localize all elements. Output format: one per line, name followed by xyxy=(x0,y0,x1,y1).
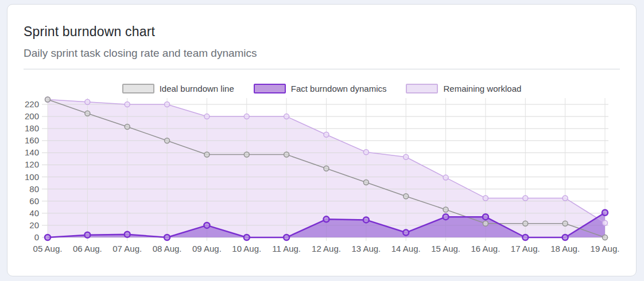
data-point-marker xyxy=(483,221,488,226)
x-axis-tick-label: 10 Aug. xyxy=(232,244,261,253)
data-point-marker xyxy=(204,152,210,157)
data-point-marker xyxy=(363,180,368,185)
data-point-marker xyxy=(562,221,568,226)
legend-label: Remaining workload xyxy=(443,84,521,93)
data-point-marker xyxy=(523,221,528,226)
data-point-marker xyxy=(483,196,488,201)
page-title: Sprint burndown chart xyxy=(24,24,620,40)
x-axis-tick-label: 06 Aug. xyxy=(73,244,102,253)
x-axis-tick-label: 16 Aug. xyxy=(471,244,500,253)
data-point-marker xyxy=(363,150,368,155)
data-point-marker xyxy=(125,124,130,130)
data-point-marker xyxy=(244,152,249,157)
data-point-marker xyxy=(562,196,568,201)
data-point-marker xyxy=(403,230,409,236)
y-axis-tick-label: 220 xyxy=(25,99,39,109)
x-axis-tick-label: 12 Aug. xyxy=(312,244,341,253)
data-point-marker xyxy=(244,114,249,119)
data-point-marker xyxy=(523,196,528,201)
burndown-card: Sprint burndown chart Daily sprint task … xyxy=(7,4,637,276)
y-axis-tick-label: 120 xyxy=(25,159,39,169)
data-point-marker xyxy=(603,220,608,225)
y-axis-tick-label: 140 xyxy=(25,147,39,157)
y-axis-tick-label: 40 xyxy=(29,208,39,218)
y-axis-tick-label: 80 xyxy=(29,184,39,194)
x-axis-tick-label: 05 Aug. xyxy=(33,244,63,253)
y-axis-tick-label: 20 xyxy=(29,220,39,230)
data-point-marker xyxy=(443,207,448,212)
data-point-marker xyxy=(125,232,130,237)
burndown-chart-svg: 02040608010012014016018020022005 Aug.06 … xyxy=(24,96,621,261)
data-point-marker xyxy=(45,97,51,102)
data-point-marker xyxy=(125,102,130,107)
data-point-marker xyxy=(324,132,329,137)
data-point-marker xyxy=(284,235,289,240)
legend-label: Fact burndown dynamics xyxy=(291,84,387,93)
data-point-marker xyxy=(603,235,608,240)
data-point-marker xyxy=(45,235,51,240)
data-point-marker xyxy=(324,166,329,171)
data-point-marker xyxy=(165,102,170,107)
legend-item-fact-burndown-dynamics[interactable]: Fact burndown dynamics xyxy=(254,84,387,93)
header-divider xyxy=(24,69,620,69)
data-point-marker xyxy=(284,152,289,157)
y-axis-tick-label: 100 xyxy=(25,172,39,182)
page-subtitle: Daily sprint task closing rate and team … xyxy=(24,47,620,60)
data-point-marker xyxy=(363,217,369,223)
legend-item-remaining-workload[interactable]: Remaining workload xyxy=(406,84,521,93)
data-point-marker xyxy=(85,99,90,104)
data-point-marker xyxy=(84,232,90,238)
x-axis-tick-label: 08 Aug. xyxy=(153,244,182,253)
legend-swatch-icon xyxy=(122,84,154,93)
data-point-marker xyxy=(404,154,409,159)
data-point-marker xyxy=(284,114,289,119)
y-axis-tick-label: 160 xyxy=(25,135,39,145)
x-axis-tick-label: 14 Aug. xyxy=(391,244,421,253)
chart-legend: Ideal burndown lineFact burndown dynamic… xyxy=(24,84,620,93)
x-axis-tick-label: 18 Aug. xyxy=(550,244,580,253)
data-point-marker xyxy=(483,214,488,220)
data-point-marker xyxy=(404,194,409,199)
y-axis-tick-label: 200 xyxy=(25,111,39,121)
legend-swatch-icon xyxy=(406,84,438,93)
y-axis-tick-label: 0 xyxy=(34,232,39,242)
data-point-marker xyxy=(204,223,210,228)
data-point-marker xyxy=(244,235,250,240)
x-axis-tick-label: 19 Aug. xyxy=(591,244,620,253)
data-point-marker xyxy=(602,210,608,216)
data-point-marker xyxy=(324,216,329,222)
x-axis-tick-label: 09 Aug. xyxy=(192,244,222,253)
y-axis-tick-label: 180 xyxy=(25,123,39,133)
data-point-marker xyxy=(522,235,528,240)
data-point-marker xyxy=(204,114,210,119)
chart-area: 02040608010012014016018020022005 Aug.06 … xyxy=(24,96,620,263)
data-point-marker xyxy=(443,175,448,180)
x-axis-tick-label: 17 Aug. xyxy=(511,244,540,253)
y-axis-tick-label: 60 xyxy=(29,196,39,206)
data-point-marker xyxy=(562,235,568,240)
legend-label: Ideal burndown line xyxy=(160,84,234,93)
data-point-marker xyxy=(165,138,170,143)
data-point-marker xyxy=(164,235,170,240)
data-point-marker xyxy=(85,111,90,116)
x-axis-tick-label: 11 Aug. xyxy=(272,244,301,253)
x-axis-tick-label: 13 Aug. xyxy=(351,244,381,253)
data-point-marker xyxy=(443,214,449,220)
x-axis-tick-label: 07 Aug. xyxy=(112,244,142,253)
x-axis-tick-label: 15 Aug. xyxy=(431,244,460,253)
legend-item-ideal-burndown-line[interactable]: Ideal burndown line xyxy=(122,84,234,93)
legend-swatch-icon xyxy=(254,84,286,93)
